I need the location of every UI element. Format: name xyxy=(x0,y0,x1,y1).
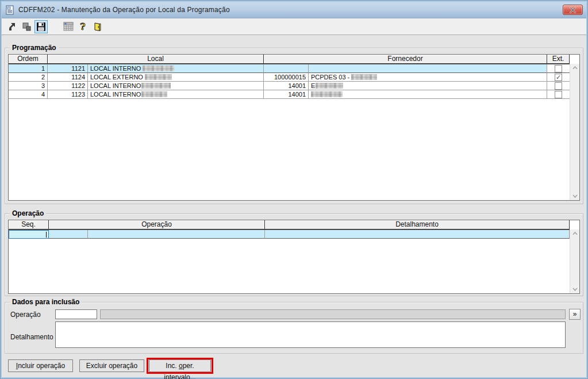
table-row[interactable] xyxy=(9,229,570,239)
cell-detalhamento xyxy=(265,230,570,239)
expand-zoom-button[interactable]: » xyxy=(569,309,581,320)
redacted-text xyxy=(141,91,167,97)
col-header-seq: Seq. xyxy=(9,220,49,229)
scroll-down-icon xyxy=(572,194,578,198)
programacao-table-header: Ordem Local Fornecedor Ext. xyxy=(9,55,570,64)
cell-ordem: 4 xyxy=(9,90,48,99)
redacted-text xyxy=(145,74,172,80)
detalhamento-field-label: Detalhamento xyxy=(10,333,53,341)
cell-local-name: LOCAL INTERNO xyxy=(88,64,264,73)
cell-local-name: LOCAL INTERNO xyxy=(88,82,264,90)
redacted-text xyxy=(311,91,343,97)
help-icon: ? xyxy=(79,21,87,32)
cell-ordem: 1 xyxy=(9,64,48,73)
programacao-scrollbar[interactable] xyxy=(570,64,579,200)
table-empty-area xyxy=(9,239,579,293)
cell-forn-code: 100000015 xyxy=(264,73,309,82)
col-header-ordem: Ordem xyxy=(9,55,48,64)
operacao-table-header: Seq. Operação Detalhamento xyxy=(9,220,570,229)
close-button[interactable] xyxy=(563,5,583,15)
toolbar: ? xyxy=(2,18,586,35)
programacao-table[interactable]: Ordem Local Fornecedor Ext. 1 1121 LOCAL… xyxy=(8,54,580,201)
save-button[interactable] xyxy=(34,20,48,33)
cell-forn-name xyxy=(309,90,547,99)
detalhamento-textarea[interactable] xyxy=(55,321,566,348)
operacao-group-label: Operação xyxy=(10,209,46,217)
ext-checkbox[interactable] xyxy=(555,82,562,90)
operacao-group: Operação Seq. Operação Detalhamento xyxy=(5,213,583,296)
copy-icon xyxy=(22,22,32,32)
ext-checkbox[interactable] xyxy=(555,74,562,81)
cell-local-code: 1121 xyxy=(48,64,88,73)
scroll-up-icon xyxy=(572,66,578,70)
goto-button[interactable] xyxy=(6,20,19,33)
exit-icon xyxy=(93,22,102,32)
col-header-operacao: Operação xyxy=(49,220,265,229)
help-button[interactable]: ? xyxy=(76,20,89,33)
save-icon xyxy=(36,22,46,32)
cell-forn-code: 14001 xyxy=(264,90,309,99)
redacted-text xyxy=(141,83,171,89)
copy-button[interactable] xyxy=(20,20,33,33)
ext-checkbox[interactable] xyxy=(555,65,562,72)
col-header-fornecedor: Fornecedor xyxy=(264,55,547,64)
operacao-table[interactable]: Seq. Operação Detalhamento xyxy=(8,220,580,294)
exit-button[interactable] xyxy=(90,20,103,33)
cell-seq-focused[interactable] xyxy=(9,230,49,239)
programacao-group: Programação Ordem Local Fornecedor Ext. … xyxy=(5,48,583,204)
cell-forn-name: PCPDES 03 - xyxy=(309,73,547,82)
calendar-button xyxy=(62,20,75,33)
cell-op-name xyxy=(88,230,265,239)
table-row[interactable]: 3 1122 LOCAL INTERNO 14001 E xyxy=(9,82,570,90)
table-row[interactable]: 1 1121 LOCAL INTERNO xyxy=(9,64,570,73)
table-empty-area xyxy=(9,99,579,200)
titlebar: CDFFM202 - Manutenção da Operação por Lo… xyxy=(2,2,586,18)
cell-op-code xyxy=(49,230,88,239)
cell-ext xyxy=(547,82,570,90)
cell-local-name: LOCAL EXTERNO xyxy=(88,73,264,82)
redacted-text xyxy=(143,66,174,71)
cell-ext xyxy=(547,64,570,73)
dados-inclusao-group-label: Dados para inclusão xyxy=(10,298,82,306)
cell-local-code: 1122 xyxy=(48,82,88,90)
content-area: Programação Ordem Local Fornecedor Ext. … xyxy=(2,35,586,377)
cell-ordem: 2 xyxy=(9,73,48,82)
cell-local-name: LOCAL INTERNO xyxy=(88,90,264,99)
scroll-up-icon xyxy=(572,232,578,235)
close-x-icon xyxy=(570,7,576,13)
operacao-scrollbar[interactable] xyxy=(570,229,579,293)
operacao-desc-field xyxy=(100,309,566,319)
app-window: CDFFM202 - Manutenção da Operação por Lo… xyxy=(0,0,588,379)
cell-ordem: 3 xyxy=(9,82,48,90)
cell-forn-code: 14001 xyxy=(264,82,309,90)
ext-checkbox[interactable] xyxy=(555,91,562,98)
table-row[interactable]: 2 1124 LOCAL EXTERNO 100000015 PCPDES 03… xyxy=(9,73,570,82)
operacao-code-input[interactable] xyxy=(55,309,97,319)
cell-local-code: 1123 xyxy=(48,90,88,99)
excluir-operacao-button[interactable]: Excluir operação xyxy=(79,359,144,372)
inc-oper-intervalo-button[interactable]: Inc. oper. intervalo... xyxy=(149,359,211,372)
cell-ext xyxy=(547,90,570,99)
table-row[interactable]: 4 1123 LOCAL INTERNO 14001 xyxy=(9,90,570,99)
cell-forn-name xyxy=(309,64,547,73)
goto-icon xyxy=(7,22,17,32)
operacao-field-label: Operação xyxy=(10,311,41,319)
dados-inclusao-group: Dados para inclusão Operação » Detalhame… xyxy=(5,302,583,354)
redacted-text xyxy=(351,74,377,80)
window-title: CDFFM202 - Manutenção da Operação por Lo… xyxy=(18,6,230,14)
calendar-icon xyxy=(63,22,74,31)
col-header-ext: Ext. xyxy=(547,55,570,64)
cell-ext xyxy=(547,73,570,82)
cell-forn-name: E xyxy=(309,82,547,90)
programacao-group-label: Programação xyxy=(10,44,59,52)
incluir-operacao-button[interactable]: Incluir operação xyxy=(8,359,73,372)
red-highlight-annotation: Inc. oper. intervalo... xyxy=(147,358,213,374)
cell-local-code: 1124 xyxy=(48,73,88,82)
scroll-down-icon xyxy=(572,288,578,291)
col-header-local: Local xyxy=(48,55,264,64)
col-header-detalhamento: Detalhamento xyxy=(265,220,570,229)
redacted-text xyxy=(316,83,343,89)
svg-text:?: ? xyxy=(80,21,85,32)
cell-forn-code xyxy=(264,64,309,73)
document-icon xyxy=(5,5,15,15)
